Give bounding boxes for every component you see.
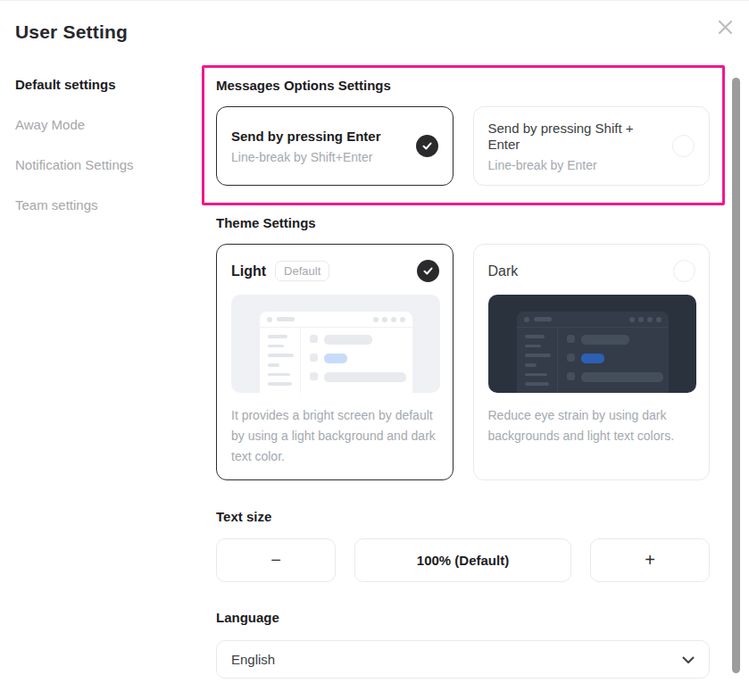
sidebar-item-team-settings[interactable]: Team settings bbox=[15, 198, 194, 212]
light-theme-preview bbox=[231, 295, 440, 393]
messages-options-section: Messages Options Settings Send by pressi… bbox=[216, 79, 710, 186]
option-send-by-enter[interactable]: Send by pressing Enter Line-break by Shi… bbox=[216, 106, 454, 186]
theme-card-dark[interactable]: Dark bbox=[473, 244, 711, 480]
close-icon bbox=[716, 18, 735, 39]
mock-app-window bbox=[517, 312, 670, 393]
close-button[interactable] bbox=[712, 16, 737, 41]
theme-cards: Light Default bbox=[216, 244, 710, 480]
sidebar-item-notification-settings[interactable]: Notification Settings bbox=[15, 158, 194, 172]
sidebar-item-away-mode[interactable]: Away Mode bbox=[15, 118, 194, 132]
text-size-title: Text size bbox=[216, 510, 710, 524]
option-text: Send by pressing Shift + Enter Line-brea… bbox=[488, 121, 663, 172]
text-size-controls: − 100% (Default) + bbox=[216, 538, 710, 582]
language-selected-value: English bbox=[231, 652, 275, 667]
theme-card-header: Dark bbox=[474, 245, 710, 294]
theme-settings-section: Theme Settings Light Default bbox=[216, 216, 710, 480]
theme-card-light[interactable]: Light Default bbox=[216, 244, 454, 480]
option-title: Send by pressing Shift + Enter bbox=[488, 121, 663, 153]
theme-name: Dark bbox=[488, 263, 519, 279]
theme-description: Reduce eye strain by using dark backgrou… bbox=[474, 393, 710, 446]
option-title: Send by pressing Enter bbox=[231, 129, 381, 145]
language-select[interactable]: English bbox=[216, 640, 710, 679]
text-size-section: Text size − 100% (Default) + bbox=[216, 510, 710, 582]
decrease-text-size-button[interactable]: − bbox=[216, 538, 336, 582]
option-subtitle: Line-break by Shift+Enter bbox=[231, 150, 381, 164]
language-section: Language English bbox=[216, 611, 710, 679]
sidebar-item-default-settings[interactable]: Default settings bbox=[15, 78, 194, 92]
settings-content: Messages Options Settings Send by pressi… bbox=[216, 79, 710, 679]
checked-icon bbox=[416, 135, 438, 157]
checked-icon bbox=[417, 260, 439, 282]
user-settings-dialog: User Setting Default settings Away Mode … bbox=[0, 0, 749, 700]
theme-card-header: Light Default bbox=[217, 245, 453, 294]
settings-sidebar: Default settings Away Mode Notification … bbox=[15, 78, 194, 238]
messages-options-title: Messages Options Settings bbox=[216, 79, 710, 93]
text-size-value-button[interactable]: 100% (Default) bbox=[354, 538, 571, 582]
theme-settings-title: Theme Settings bbox=[216, 216, 710, 230]
language-title: Language bbox=[216, 611, 710, 625]
theme-description: It provides a bright screen by default b… bbox=[217, 393, 453, 467]
message-option-cards: Send by pressing Enter Line-break by Shi… bbox=[216, 106, 710, 186]
unchecked-radio-icon bbox=[672, 135, 695, 157]
default-badge: Default bbox=[275, 261, 329, 281]
dialog-title: User Setting bbox=[15, 21, 128, 43]
mock-app-window bbox=[260, 312, 412, 393]
option-text: Send by pressing Enter Line-break by Shi… bbox=[231, 129, 381, 164]
option-subtitle: Line-break by Enter bbox=[488, 158, 663, 172]
theme-name: Light bbox=[231, 263, 266, 279]
increase-text-size-button[interactable]: + bbox=[590, 538, 710, 582]
option-send-by-shift-enter[interactable]: Send by pressing Shift + Enter Line-brea… bbox=[473, 106, 711, 186]
dark-theme-preview bbox=[488, 295, 697, 393]
unchecked-radio-icon bbox=[673, 260, 695, 282]
chevron-down-icon bbox=[682, 652, 695, 668]
vertical-scrollbar-thumb[interactable] bbox=[732, 78, 740, 673]
